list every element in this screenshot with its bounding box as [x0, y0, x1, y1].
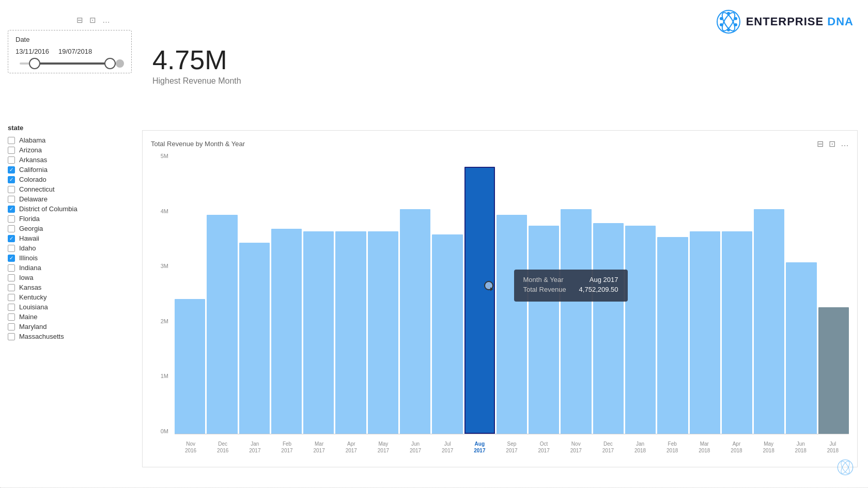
- bar-Jul-2018[interactable]: [818, 307, 849, 434]
- checkbox-kansas[interactable]: [8, 284, 15, 291]
- bar-group[interactable]: [464, 153, 495, 434]
- bar-group[interactable]: [368, 153, 398, 434]
- checkbox-georgia[interactable]: [8, 225, 15, 232]
- bar-group[interactable]: [593, 153, 624, 434]
- state-item-maine[interactable]: Maine: [8, 312, 132, 321]
- bar-group[interactable]: [690, 153, 720, 434]
- bar-Sep-2017[interactable]: [497, 215, 527, 434]
- bar-Oct-2017[interactable]: [529, 226, 559, 434]
- bar-Dec-2016[interactable]: [207, 215, 237, 434]
- bar-Jun-2018[interactable]: [786, 262, 816, 434]
- chart-more-icon[interactable]: …: [841, 139, 849, 149]
- slider-thumb-left[interactable]: [29, 58, 40, 69]
- slider-thumb-right[interactable]: [104, 58, 116, 69]
- bar-Jan-2018[interactable]: [625, 226, 656, 434]
- state-item-illinois[interactable]: Illinois: [8, 254, 132, 262]
- bar-group[interactable]: [207, 153, 237, 434]
- state-item-colorado[interactable]: Colorado: [8, 175, 132, 184]
- state-item-louisiana[interactable]: Louisiana: [8, 303, 132, 311]
- state-item-maryland[interactable]: Maryland: [8, 322, 132, 331]
- checkbox-maine[interactable]: [8, 313, 15, 321]
- checkbox-delaware[interactable]: [8, 196, 15, 203]
- bar-group[interactable]: [529, 153, 559, 434]
- checkbox-district-of-columbia[interactable]: [8, 206, 15, 213]
- bar-group[interactable]: [818, 153, 849, 434]
- bar-group[interactable]: [657, 153, 688, 434]
- state-item-kentucky[interactable]: Kentucky: [8, 293, 132, 302]
- bar-Aug-2017[interactable]: [464, 167, 495, 434]
- bar-Apr-2018[interactable]: [722, 231, 752, 434]
- bar-group[interactable]: [561, 153, 591, 434]
- state-item-arkansas[interactable]: Arkansas: [8, 155, 132, 164]
- date-slider-track[interactable]: [20, 62, 120, 65]
- state-item-georgia[interactable]: Georgia: [8, 224, 132, 233]
- bar-group[interactable]: [625, 153, 656, 434]
- bar-group[interactable]: [754, 153, 784, 434]
- x-label-Dec-2016: Dec2016: [207, 434, 239, 460]
- state-item-idaho[interactable]: Idaho: [8, 244, 132, 253]
- state-item-indiana[interactable]: Indiana: [8, 263, 132, 272]
- chart-filter-icon[interactable]: ⊟: [817, 139, 824, 149]
- bar-May-2018[interactable]: [754, 209, 784, 434]
- checkbox-indiana[interactable]: [8, 264, 15, 272]
- checkbox-colorado[interactable]: [8, 176, 15, 183]
- x-label-Jan-2017: Jan2017: [239, 434, 271, 460]
- checkbox-hawaii[interactable]: [8, 235, 15, 242]
- checkbox-california[interactable]: [8, 166, 15, 174]
- bar-group[interactable]: [432, 153, 462, 434]
- state-item-arizona[interactable]: Arizona: [8, 146, 132, 154]
- checkbox-illinois[interactable]: [8, 255, 15, 262]
- checkbox-connecticut[interactable]: [8, 186, 15, 193]
- checkbox-massachusetts[interactable]: [8, 333, 15, 340]
- bar-Jun-2017[interactable]: [400, 209, 430, 434]
- bar-group[interactable]: [722, 153, 752, 434]
- x-label-Mar-2017: Mar2017: [303, 434, 335, 460]
- bar-group[interactable]: [239, 153, 270, 434]
- more-icon[interactable]: …: [102, 15, 110, 25]
- checkbox-arkansas[interactable]: [8, 156, 15, 164]
- bar-group[interactable]: [400, 153, 430, 434]
- state-item-florida[interactable]: Florida: [8, 214, 132, 223]
- state-label: Massachusetts: [19, 333, 64, 340]
- bar-group[interactable]: [303, 153, 334, 434]
- bar-group[interactable]: [271, 153, 302, 434]
- bar-group[interactable]: [497, 153, 527, 434]
- bar-May-2017[interactable]: [368, 231, 398, 434]
- bar-group[interactable]: [335, 153, 366, 434]
- state-item-delaware[interactable]: Delaware: [8, 195, 132, 203]
- checkbox-idaho[interactable]: [8, 245, 15, 252]
- bar-Feb-2018[interactable]: [657, 237, 688, 434]
- state-item-iowa[interactable]: Iowa: [8, 273, 132, 282]
- state-item-kansas[interactable]: Kansas: [8, 283, 132, 292]
- bar-Feb-2017[interactable]: [271, 229, 302, 434]
- checkbox-florida[interactable]: [8, 215, 15, 223]
- export-icon[interactable]: ⊡: [89, 15, 96, 25]
- bar-Nov-2017[interactable]: [561, 209, 591, 434]
- bars-area[interactable]: [175, 153, 849, 434]
- bar-group[interactable]: [786, 153, 816, 434]
- bar-Jan-2017[interactable]: [239, 243, 270, 434]
- checkbox-louisiana[interactable]: [8, 304, 15, 311]
- state-item-california[interactable]: California: [8, 165, 132, 174]
- chart-export-icon[interactable]: ⊡: [829, 139, 835, 149]
- state-label: Maryland: [19, 323, 47, 330]
- checkbox-kentucky[interactable]: [8, 294, 15, 301]
- checkbox-alabama[interactable]: [8, 137, 15, 144]
- checkbox-iowa[interactable]: [8, 274, 15, 281]
- state-item-hawaii[interactable]: Hawaii: [8, 234, 132, 243]
- bar-Jul-2017[interactable]: [432, 234, 462, 434]
- state-item-district-of-columbia[interactable]: District of Columbia: [8, 204, 132, 213]
- bar-Mar-2017[interactable]: [303, 231, 334, 434]
- state-item-connecticut[interactable]: Connecticut: [8, 185, 132, 194]
- state-item-alabama[interactable]: Alabama: [8, 136, 132, 145]
- checkbox-arizona[interactable]: [8, 147, 15, 154]
- date-filter-widget: Date 13/11/2016 19/07/2018: [8, 30, 132, 73]
- bar-Apr-2017[interactable]: [335, 231, 366, 434]
- filter-icon[interactable]: ⊟: [76, 15, 83, 25]
- state-item-massachusetts[interactable]: Massachusetts: [8, 332, 132, 341]
- bar-Dec-2017[interactable]: [593, 223, 624, 434]
- checkbox-maryland[interactable]: [8, 323, 15, 330]
- bar-Mar-2018[interactable]: [690, 231, 720, 434]
- bar-group[interactable]: [175, 153, 205, 434]
- bar-Nov-2016[interactable]: [175, 299, 205, 434]
